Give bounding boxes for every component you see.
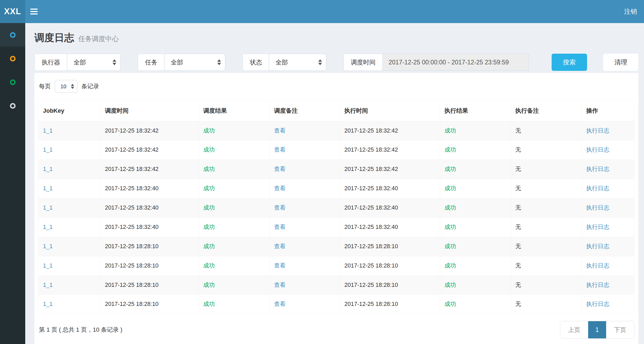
trigger-msg-link[interactable]: 查看 bbox=[274, 224, 286, 230]
trigger-time: 2017-12-25 18:32:40 bbox=[105, 204, 159, 211]
handle-time: 2017-12-25 18:32:42 bbox=[344, 166, 398, 172]
trigger-result: 成功 bbox=[203, 282, 215, 288]
sidebar-toggle-button[interactable] bbox=[25, 0, 42, 23]
trigger-msg-link[interactable]: 查看 bbox=[274, 166, 286, 172]
filter-toolbar: 执行器 全部 任务 全部 状态 全部 bbox=[34, 54, 638, 71]
executor-select[interactable]: 全部 bbox=[67, 54, 121, 71]
jobkey-link[interactable]: 1_1 bbox=[43, 185, 53, 192]
exec-log-link[interactable]: 执行日志 bbox=[586, 147, 609, 153]
logout-link[interactable]: 注销 bbox=[617, 0, 644, 23]
table-cell: 无 bbox=[511, 121, 582, 140]
trigger-time: 2017-12-25 18:32:40 bbox=[105, 224, 159, 230]
status-select[interactable]: 全部 bbox=[269, 54, 326, 71]
table-row: 1_12017-12-25 18:32:42成功查看2017-12-25 18:… bbox=[39, 121, 634, 140]
jobkey-link[interactable]: 1_1 bbox=[43, 262, 53, 269]
job-select[interactable]: 全部 bbox=[164, 54, 225, 71]
per-page-select[interactable]: 10 bbox=[55, 80, 77, 93]
trigger-msg-link[interactable]: 查看 bbox=[274, 127, 286, 134]
jobkey-link[interactable]: 1_1 bbox=[43, 224, 53, 230]
handle-result: 成功 bbox=[444, 147, 456, 153]
executor-filter-label: 执行器 bbox=[34, 54, 67, 71]
exec-log-link[interactable]: 执行日志 bbox=[586, 204, 609, 211]
table-cell: 2017-12-25 18:32:42 bbox=[100, 160, 199, 179]
handle-result: 成功 bbox=[444, 224, 456, 230]
pagination-prev-button[interactable]: 上页 bbox=[560, 321, 588, 338]
trigger-time-range-input[interactable] bbox=[382, 54, 529, 71]
jobkey-link[interactable]: 1_1 bbox=[43, 147, 53, 153]
sidebar-item-4[interactable] bbox=[0, 94, 25, 118]
table-cell: 查看 bbox=[270, 237, 340, 256]
sidebar-item-3[interactable] bbox=[0, 70, 25, 94]
trigger-time-filter-group: 调度时间 bbox=[343, 54, 529, 71]
jobkey-link[interactable]: 1_1 bbox=[43, 204, 53, 211]
trigger-result: 成功 bbox=[203, 166, 215, 172]
table-cell: 成功 bbox=[440, 217, 511, 237]
trigger-msg-link[interactable]: 查看 bbox=[274, 282, 286, 288]
pagination-next-button[interactable]: 下页 bbox=[606, 321, 634, 338]
trigger-time: 2017-12-25 18:32:42 bbox=[105, 166, 159, 172]
trigger-msg-link[interactable]: 查看 bbox=[274, 204, 286, 211]
trigger-time: 2017-12-25 18:32:40 bbox=[105, 185, 159, 192]
table-cell: 成功 bbox=[199, 121, 270, 140]
table-cell: 2017-12-25 18:32:40 bbox=[100, 198, 199, 218]
jobkey-link[interactable]: 1_1 bbox=[43, 166, 53, 172]
table-cell: 成功 bbox=[440, 140, 511, 160]
search-button[interactable]: 搜索 bbox=[552, 54, 587, 71]
exec-log-link[interactable]: 执行日志 bbox=[586, 243, 609, 250]
exec-log-link[interactable]: 执行日志 bbox=[586, 282, 609, 288]
table-cell: 无 bbox=[511, 217, 582, 237]
table-cell: 成功 bbox=[199, 256, 270, 275]
table-cell: 2017-12-25 18:32:40 bbox=[340, 179, 440, 198]
handle-time: 2017-12-25 18:32:40 bbox=[344, 224, 398, 230]
handle-result: 成功 bbox=[444, 262, 456, 269]
navbar-spacer bbox=[42, 0, 617, 23]
jobkey-link[interactable]: 1_1 bbox=[43, 127, 53, 134]
table-cell: 2017-12-25 18:32:42 bbox=[100, 121, 199, 140]
table-cell: 查看 bbox=[270, 160, 340, 179]
table-cell: 成功 bbox=[440, 160, 511, 179]
pagination-page-1-button[interactable]: 1 bbox=[588, 321, 606, 338]
job-filter-group: 任务 全部 bbox=[138, 54, 225, 71]
handle-msg: 无 bbox=[515, 147, 521, 153]
table-cell: 成功 bbox=[199, 237, 270, 256]
table-cell: 查看 bbox=[270, 275, 340, 295]
trigger-msg-link[interactable]: 查看 bbox=[274, 301, 286, 307]
exec-log-link[interactable]: 执行日志 bbox=[586, 262, 609, 269]
table-cell: 2017-12-25 18:28:10 bbox=[100, 295, 199, 314]
table-cell: 成功 bbox=[199, 295, 270, 314]
table-cell: 无 bbox=[511, 237, 582, 256]
handle-msg: 无 bbox=[515, 262, 521, 269]
table-cell: 执行日志 bbox=[582, 237, 634, 256]
table-row: 1_12017-12-25 18:28:10成功查看2017-12-25 18:… bbox=[39, 295, 634, 314]
table-cell: 1_1 bbox=[39, 160, 101, 179]
table-cell: 查看 bbox=[270, 198, 340, 218]
trigger-msg-link[interactable]: 查看 bbox=[274, 262, 286, 269]
table-cell: 1_1 bbox=[39, 256, 101, 275]
jobkey-link[interactable]: 1_1 bbox=[43, 282, 53, 288]
sidebar-item-1[interactable] bbox=[0, 23, 25, 47]
trigger-time: 2017-12-25 18:32:42 bbox=[105, 147, 159, 153]
trigger-msg-link[interactable]: 查看 bbox=[274, 243, 286, 250]
trigger-msg-link[interactable]: 查看 bbox=[274, 147, 286, 153]
table-footer: 第 1 页 ( 总共 1 页，10 条记录 ) 上页 1 下页 bbox=[38, 321, 634, 339]
trigger-result: 成功 bbox=[203, 301, 215, 307]
circle-icon bbox=[10, 103, 16, 109]
clear-log-button[interactable]: 清理 bbox=[603, 54, 638, 71]
table-cell: 成功 bbox=[199, 179, 270, 198]
jobkey-link[interactable]: 1_1 bbox=[43, 301, 53, 307]
sidebar-item-2[interactable] bbox=[0, 47, 25, 70]
jobkey-link[interactable]: 1_1 bbox=[43, 243, 53, 250]
table-cell: 2017-12-25 18:28:10 bbox=[340, 275, 440, 295]
exec-log-link[interactable]: 执行日志 bbox=[586, 301, 609, 307]
log-table-header-row: JobKey调度时间调度结果调度备注执行时间执行结果执行备注操作 bbox=[39, 101, 634, 121]
table-cell: 2017-12-25 18:32:42 bbox=[340, 140, 440, 160]
exec-log-link[interactable]: 执行日志 bbox=[586, 185, 609, 192]
trigger-msg-link[interactable]: 查看 bbox=[274, 185, 286, 192]
handle-time: 2017-12-25 18:32:42 bbox=[344, 147, 398, 153]
exec-log-link[interactable]: 执行日志 bbox=[586, 166, 609, 172]
exec-log-link[interactable]: 执行日志 bbox=[586, 224, 609, 230]
table-cell: 2017-12-25 18:32:42 bbox=[100, 140, 199, 160]
exec-log-link[interactable]: 执行日志 bbox=[586, 127, 609, 134]
app-logo[interactable]: XXL bbox=[0, 0, 25, 23]
table-cell: 成功 bbox=[440, 295, 511, 314]
